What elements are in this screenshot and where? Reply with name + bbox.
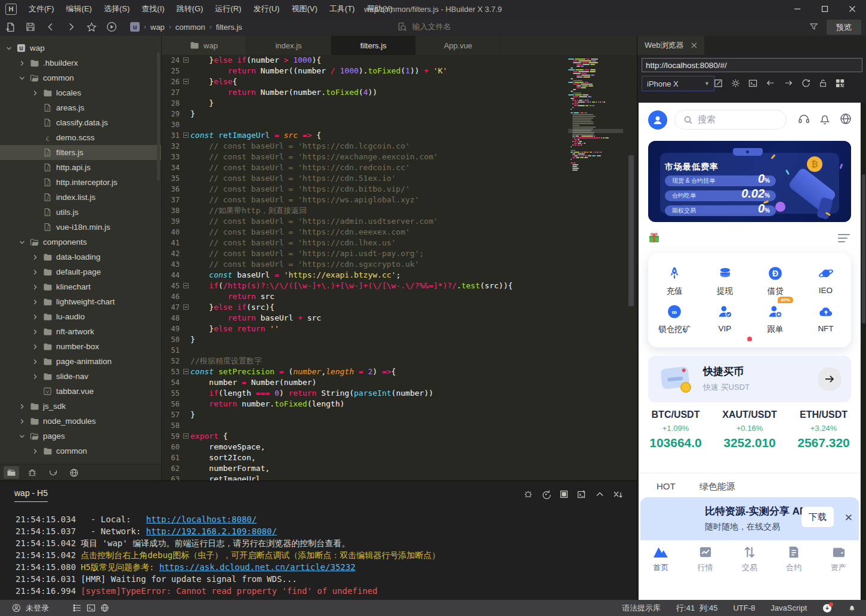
debug-bug-icon[interactable]	[24, 466, 40, 479]
web-icon[interactable]	[100, 603, 109, 612]
tree-expand-icon[interactable]	[18, 59, 26, 67]
tree-item-filters.js[interactable]: Jfilters.js	[0, 145, 161, 160]
market-tab-0[interactable]: HOT	[657, 481, 676, 492]
back-button[interactable]	[41, 19, 61, 35]
browser-url-input[interactable]	[642, 58, 862, 72]
network-globe-icon[interactable]	[66, 466, 82, 479]
avatar[interactable]	[648, 110, 667, 130]
editor-scrollbar[interactable]	[628, 155, 634, 306]
terminal-icon[interactable]	[87, 603, 95, 612]
reload-icon[interactable]	[802, 79, 810, 88]
promo-banner[interactable]: 市场最低费率 现货 & 合约挂单0%合约吃单0.02%期权交易0% ₿	[648, 141, 851, 222]
refresh-icon[interactable]	[45, 466, 61, 479]
fold-marker[interactable]	[183, 79, 189, 84]
tree-item-nft-artwork[interactable]: nft-artwork	[0, 324, 161, 339]
app-search-input[interactable]: 搜索	[674, 110, 787, 130]
tree-item-http.api.js[interactable]: Jhttp.api.js	[0, 160, 161, 175]
tree-expand-icon[interactable]	[31, 283, 39, 291]
fold-marker[interactable]	[183, 433, 189, 439]
tree-collapse-icon[interactable]	[18, 238, 26, 247]
console-terminal-icon[interactable]	[748, 79, 757, 88]
tree-expand-icon[interactable]	[31, 343, 39, 351]
tree-collapse-icon[interactable]	[18, 432, 26, 441]
tree-item-wap[interactable]: uwap	[0, 41, 161, 56]
menu-item-8[interactable]: 工具(T)	[323, 0, 361, 18]
grid-item-coins[interactable]: 提现	[700, 264, 750, 297]
download-button[interactable]: 下载	[802, 507, 834, 527]
tree-item-utils.js[interactable]: Jutils.js	[0, 205, 161, 220]
breadcrumb-wap[interactable]: wap	[150, 23, 165, 32]
menu-item-4[interactable]: 跳转(G)	[171, 0, 209, 18]
tree-expand-icon[interactable]	[31, 298, 39, 306]
fold-marker[interactable]	[183, 283, 189, 288]
menu-item-6[interactable]: 发行(U)	[247, 0, 285, 18]
filter-funnel-icon[interactable]	[809, 22, 818, 31]
tree-item-.hbuilderx[interactable]: .hbuilderx	[0, 56, 161, 70]
support-headset-icon[interactable]	[797, 112, 810, 125]
grid-item-follow[interactable]: 30%跟单	[750, 302, 800, 335]
tree-item-slide-nav[interactable]: slide-nav	[0, 369, 161, 384]
editor-tab-wap[interactable]: wap	[162, 36, 246, 55]
fold-marker[interactable]	[183, 133, 189, 138]
menu-item-1[interactable]: 编辑(E)	[60, 0, 98, 18]
cursor-position[interactable]: 行:41 列:45	[676, 603, 717, 614]
nav-back-icon[interactable]	[766, 79, 775, 87]
bookmark-star-button[interactable]	[81, 19, 101, 35]
menu-item-2[interactable]: 选择(S)	[98, 0, 135, 18]
encoding-status[interactable]: UTF-8	[733, 603, 755, 612]
quick-buy-card[interactable]: 快捷买币 快速 买USDT	[648, 356, 851, 402]
tree-expand-icon[interactable]	[31, 328, 39, 336]
tree-expand-icon[interactable]	[31, 313, 39, 321]
grid-item-vip[interactable]: VIP	[700, 302, 750, 333]
tree-item-vue-i18n.min.js[interactable]: Jvue-i18n.min.js	[0, 220, 161, 235]
tree-item-default-page[interactable]: default-page	[0, 264, 161, 279]
debug-icon[interactable]	[523, 489, 533, 499]
explorer-files-icon[interactable]	[4, 466, 19, 479]
browser-tab[interactable]: Web浏览器	[637, 36, 704, 55]
forward-button[interactable]	[61, 19, 81, 35]
browser-tab-close-icon[interactable]	[691, 42, 697, 48]
syntax-lib-status[interactable]: 语法提示库	[622, 603, 661, 614]
outline-list-icon[interactable]	[73, 603, 82, 612]
tree-item-common[interactable]: common	[0, 70, 161, 85]
unlock-icon[interactable]	[819, 79, 827, 88]
login-status[interactable]: 未登录	[26, 603, 49, 614]
tree-expand-icon[interactable]	[31, 268, 39, 276]
file-search-input[interactable]: 输入文件名	[397, 21, 451, 32]
tree-item-number-box[interactable]: number-box	[0, 339, 161, 354]
gift-icon[interactable]	[648, 232, 660, 244]
tree-item-components[interactable]: components	[0, 235, 161, 250]
editor-tab-app.vue[interactable]: App.vue	[416, 36, 501, 55]
tree-item-locales[interactable]: locales	[0, 85, 161, 100]
fold-marker[interactable]	[183, 304, 189, 310]
breadcrumb-common[interactable]: common	[175, 23, 205, 32]
qr-code-icon[interactable]	[836, 79, 845, 88]
nav-market[interactable]: 行情	[683, 544, 727, 573]
console-tab[interactable]: wap - H5	[14, 488, 48, 502]
close-button[interactable]	[839, 0, 866, 18]
tree-expand-icon[interactable]	[31, 89, 39, 97]
stop-icon[interactable]	[559, 489, 569, 499]
nav-home[interactable]: 首页	[639, 544, 683, 573]
nav-contract[interactable]: 合约	[772, 544, 816, 573]
breadcrumb-filters[interactable]: filters.js	[216, 23, 242, 32]
update-download-icon[interactable]	[822, 603, 832, 613]
tree-item-common[interactable]: common	[0, 443, 161, 458]
tree-expand-icon[interactable]	[31, 253, 39, 261]
tree-item-lightweight-chart[interactable]: lightweight-chart	[0, 294, 161, 309]
tree-item-page-animation[interactable]: page-animation	[0, 354, 161, 369]
ticker-eth[interactable]: ETH/USDT+3.24%2567.320	[787, 409, 861, 450]
minimize-button[interactable]	[784, 0, 811, 18]
tree-collapse-icon[interactable]	[5, 44, 13, 53]
tree-item-pages[interactable]: pages	[0, 429, 161, 443]
tree-collapse-icon[interactable]	[18, 74, 26, 82]
fold-marker[interactable]	[183, 57, 189, 63]
new-terminal-icon[interactable]	[577, 489, 587, 499]
editor-tab-index.js[interactable]: index.js	[246, 36, 331, 55]
tree-expand-icon[interactable]	[31, 447, 39, 455]
run-button[interactable]	[101, 19, 122, 35]
tree-item-index.list.js[interactable]: Jindex.list.js	[0, 190, 161, 205]
tree-scrollbar[interactable]	[157, 53, 160, 181]
grid-item-nft[interactable]: NFT	[801, 302, 851, 333]
user-account-icon[interactable]	[12, 603, 21, 612]
